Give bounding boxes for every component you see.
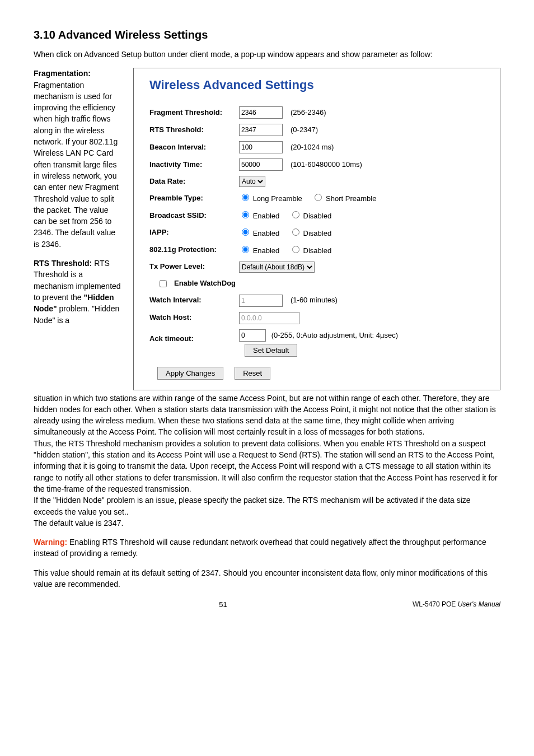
beacon-interval-input[interactable] — [239, 141, 283, 153]
watch-host-input — [239, 312, 299, 324]
protection-enabled-option[interactable]: Enabled — [239, 246, 279, 255]
watch-interval-row: Watch Interval: (1-60 minutes) — [149, 295, 489, 307]
watch-host-row: Watch Host: — [149, 312, 489, 324]
preamble-type-label: Preamble Type: — [149, 193, 239, 204]
broadcast-disabled-option[interactable]: Disabled — [289, 212, 331, 220]
body-p5: This value should remain at its default … — [34, 568, 488, 589]
tx-power-select[interactable]: Default (About 18dB) — [239, 262, 315, 273]
preamble-short-radio[interactable] — [315, 194, 322, 201]
preamble-long-option[interactable]: Long Preamble — [239, 194, 302, 203]
inactivity-time-row: Inactivity Time: (101-60480000 10ms) — [149, 158, 489, 171]
section-heading: 3.10 Advanced Wireless Settings — [34, 27, 500, 43]
data-rate-select[interactable]: Auto — [239, 176, 265, 187]
fragment-threshold-label: Fragment Threshold: — [149, 108, 239, 118]
intro-text: When click on Advanced Setup button unde… — [34, 49, 500, 60]
beacon-interval-label: Beacon Interval: — [149, 142, 239, 153]
rts-threshold-heading: RTS Threshold: — [34, 259, 94, 268]
broadcast-enabled-radio[interactable] — [242, 211, 249, 218]
preamble-type-row: Preamble Type: Long Preamble Short Pream… — [149, 192, 489, 204]
inactivity-time-hint: (101-60480000 10ms) — [291, 160, 362, 170]
body-after-panel: situation in which two stations are with… — [34, 393, 500, 590]
watch-interval-label: Watch Interval: — [149, 295, 239, 306]
enable-watchdog-row[interactable]: Enable WatchDog — [157, 278, 489, 289]
page-number: 51 — [34, 600, 413, 610]
rts-threshold-row: RTS Threshold: (0-2347) — [149, 124, 489, 136]
left-column-text: Fragmentation: Fragmentation mechanism i… — [34, 68, 123, 390]
page-footer: 51 WL-5470 POE User's Manual — [34, 600, 500, 610]
protection-row: 802.11g Protection: Enabled Disabled — [149, 244, 489, 256]
watch-host-label: Watch Host: — [149, 312, 239, 323]
broadcast-ssid-row: Broadcast SSID: Enabled Disabled — [149, 209, 489, 222]
fragment-threshold-hint: (256-2346) — [291, 108, 326, 118]
watch-interval-hint: (1-60 minutes) — [291, 295, 338, 306]
ack-timeout-row: Ack timeout: (0-255, 0:Auto adjustment, … — [149, 329, 489, 357]
tx-power-row: Tx Power Level: Default (About 18dB) — [149, 262, 489, 273]
panel-title: Wireless Advanced Settings — [149, 76, 489, 94]
rts-threshold-label: RTS Threshold: — [149, 125, 239, 136]
ack-timeout-hint: (0-255, 0:Auto adjustment, Unit: 4µsec) — [271, 331, 398, 339]
rts-threshold-input[interactable] — [239, 124, 283, 136]
iapp-row: IAPP: Enabled Disabled — [149, 227, 489, 239]
set-default-button[interactable]: Set Default — [245, 344, 297, 357]
apply-changes-button[interactable]: Apply Changes — [157, 367, 223, 380]
preamble-long-radio[interactable] — [242, 194, 249, 201]
body-p2: Thus, the RTS Threshold mechanism provid… — [34, 439, 498, 493]
fragmentation-heading: Fragmentation: — [34, 69, 91, 78]
broadcast-enabled-option[interactable]: Enabled — [239, 212, 279, 220]
rts-threshold-hint: (0-2347) — [291, 125, 318, 136]
fragment-threshold-input[interactable] — [239, 106, 283, 119]
beacon-interval-row: Beacon Interval: (20-1024 ms) — [149, 141, 489, 153]
enable-watchdog-checkbox[interactable] — [160, 280, 167, 287]
preamble-short-option[interactable]: Short Preamble — [312, 194, 376, 203]
tx-power-label: Tx Power Level: — [149, 262, 239, 272]
watch-interval-input — [239, 295, 283, 307]
fragment-threshold-row: Fragment Threshold: (256-2346) — [149, 106, 489, 119]
iapp-enabled-radio[interactable] — [242, 228, 249, 236]
settings-panel: Wireless Advanced Settings Fragment Thre… — [133, 68, 500, 390]
iapp-disabled-radio[interactable] — [292, 228, 299, 236]
data-rate-row: Data Rate: Auto — [149, 176, 489, 187]
inactivity-time-label: Inactivity Time: — [149, 160, 239, 170]
body-p3: If the "Hidden Node" problem is an issue… — [34, 496, 471, 516]
inactivity-time-input[interactable] — [239, 158, 283, 171]
broadcast-ssid-label: Broadcast SSID: — [149, 211, 239, 221]
body-p4: The default value is 2347. — [34, 519, 123, 528]
body-p1: situation in which two stations are with… — [34, 394, 496, 437]
data-rate-label: Data Rate: — [149, 176, 239, 187]
iapp-enabled-option[interactable]: Enabled — [239, 229, 279, 237]
reset-button[interactable]: Reset — [235, 367, 270, 380]
protection-disabled-radio[interactable] — [292, 246, 299, 253]
ack-timeout-input[interactable] — [239, 329, 266, 342]
beacon-interval-hint: (20-1024 ms) — [291, 142, 334, 153]
warning-label: Warning: — [34, 538, 67, 547]
protection-label: 802.11g Protection: — [149, 245, 239, 255]
broadcast-disabled-radio[interactable] — [292, 211, 299, 218]
warning-text: Enabling RTS Threshold will cause redund… — [34, 538, 486, 558]
ack-timeout-label: Ack timeout: — [149, 329, 239, 344]
iapp-disabled-option[interactable]: Disabled — [289, 229, 331, 237]
manual-label: WL-5470 POE User's Manual — [413, 600, 500, 610]
protection-enabled-radio[interactable] — [242, 246, 249, 253]
fragmentation-body: Fragmentation mechanism is used for impr… — [34, 80, 123, 250]
iapp-label: IAPP: — [149, 227, 239, 238]
protection-disabled-option[interactable]: Disabled — [289, 246, 331, 255]
enable-watchdog-label: Enable WatchDog — [174, 278, 236, 289]
